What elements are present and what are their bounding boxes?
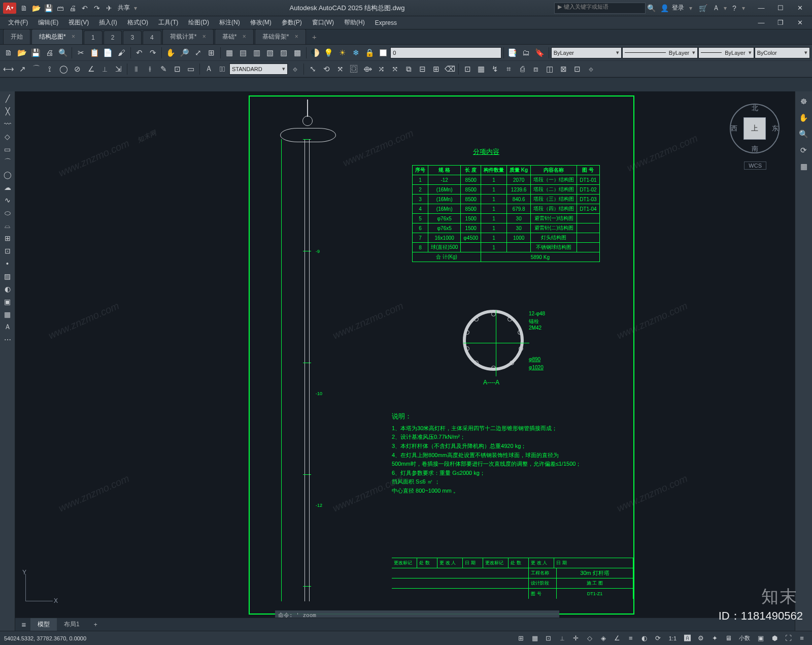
dim-tool-icon[interactable]: ⫲	[143, 62, 156, 76]
dim-tool-icon[interactable]: ⟂	[98, 62, 111, 76]
modify-tool-icon[interactable]: ⊞	[429, 62, 443, 76]
grid-toggle[interactable]: ▦	[529, 633, 541, 644]
revcloud-icon[interactable]: ☁	[1, 181, 14, 194]
viewcube-west[interactable]: 西	[731, 124, 737, 133]
dim-linear-icon[interactable]: ⟷	[2, 62, 15, 76]
doc-close-button[interactable]: ✕	[791, 17, 809, 28]
dim-angular-icon[interactable]: ∠	[84, 62, 97, 76]
menu-insert[interactable]: 插入(I)	[94, 16, 122, 29]
tab-file-8[interactable]: 基础骨架* ×	[255, 29, 306, 44]
layer-tool-icon[interactable]: 🗂	[520, 46, 533, 59]
modify-tool-icon[interactable]: ⟴	[361, 62, 374, 76]
text-tool-icon[interactable]: Ａ	[202, 62, 215, 76]
anno-scale[interactable]: 1:1	[669, 635, 676, 641]
plot-icon[interactable]: 🖨	[67, 3, 78, 14]
undo-icon[interactable]: ↶	[79, 3, 90, 14]
tool-icon[interactable]: ⤢	[191, 46, 205, 59]
tool-icon[interactable]: 🔍	[56, 46, 70, 59]
ortho-toggle[interactable]: ⟂	[556, 633, 568, 644]
redo-icon[interactable]: ↷	[91, 3, 103, 14]
dim-tool-icon[interactable]: ⟐	[288, 62, 301, 76]
lineweight-toggle[interactable]: ≡	[625, 633, 637, 644]
tool-icon[interactable]: 📂	[16, 46, 29, 59]
gradient-icon[interactable]: ◐	[1, 283, 14, 295]
layer-tool-icon[interactable]: 📑	[506, 46, 519, 59]
linetype-select[interactable]: ByLayer	[622, 47, 698, 58]
spline-icon[interactable]: ∿	[1, 194, 14, 206]
polyline-icon[interactable]: 〰	[1, 118, 14, 130]
more-icon[interactable]: ⋯	[1, 334, 14, 346]
viewcube-east[interactable]: 东	[772, 124, 779, 133]
dim-arc-icon[interactable]: ⌒	[29, 62, 43, 76]
menu-draw[interactable]: 绘图(D)	[183, 16, 214, 29]
hatch-icon[interactable]: ▨	[1, 270, 14, 282]
modify-tool-icon[interactable]: ⧉	[402, 62, 415, 76]
dim-tool-icon[interactable]: ▭	[184, 62, 197, 76]
modify-tool-icon[interactable]: ⿴	[347, 62, 360, 76]
modify-tool-icon[interactable]: ⤡	[306, 62, 319, 76]
insert-tool-icon[interactable]: ↯	[488, 62, 501, 76]
open-icon[interactable]: 📂	[30, 3, 42, 14]
menu-modify[interactable]: 修改(M)	[245, 16, 277, 29]
line-icon[interactable]: ╱	[1, 92, 14, 105]
layer-name-input[interactable]	[390, 47, 501, 58]
tab-file-2[interactable]: 1	[84, 30, 103, 44]
tool-icon[interactable]: ▧	[263, 46, 277, 59]
hardware-toggle[interactable]: ⬢	[768, 633, 781, 644]
textstyle-select[interactable]: STANDARD	[229, 63, 288, 75]
menu-view[interactable]: 视图(V)	[63, 16, 94, 29]
search-icon[interactable]: 🔍	[646, 3, 657, 14]
point-icon[interactable]: •	[1, 257, 14, 270]
menu-parametric[interactable]: 参数(P)	[277, 16, 307, 29]
pan-icon[interactable]: ✋	[797, 111, 811, 125]
tab-start[interactable]: 开始	[3, 29, 30, 44]
app-menu-button[interactable]: A	[3, 3, 16, 14]
tab-file-5[interactable]: 4	[143, 30, 161, 44]
osnap-toggle[interactable]: ◇	[584, 633, 596, 644]
modify-tool-icon[interactable]: ⤧	[333, 62, 347, 76]
dim-tool-icon[interactable]: ⫴	[129, 62, 143, 76]
dim-diameter-icon[interactable]: ⊘	[71, 62, 84, 76]
tool-icon[interactable]: ▨	[277, 46, 290, 59]
modify-tool-icon[interactable]: ⤮	[375, 62, 388, 76]
dim-tool-icon[interactable]: ⊡	[171, 62, 184, 76]
region-icon[interactable]: ▣	[1, 296, 14, 308]
tool-icon[interactable]: 💾	[29, 46, 43, 59]
tab-file-4[interactable]: 3	[123, 30, 142, 44]
circle-icon[interactable]: ◯	[1, 169, 14, 181]
menu-window[interactable]: 窗口(W)	[307, 16, 339, 29]
polygon-icon[interactable]: ◇	[1, 131, 14, 143]
modify-tool-icon[interactable]: ⟲	[320, 62, 333, 76]
wheel-icon[interactable]: ☸	[797, 94, 811, 109]
ucs-icon[interactable]: YX	[22, 569, 58, 604]
help-search-input[interactable]: ▶键入关键字或短语	[554, 3, 646, 14]
clean-screen-toggle[interactable]: ⛶	[782, 633, 794, 644]
table-icon[interactable]: ▦	[1, 308, 14, 320]
tool-icon[interactable]: 🗎	[2, 46, 15, 59]
modify-tool-icon[interactable]: ⤲	[388, 62, 401, 76]
lock-icon[interactable]: 🔒	[363, 46, 376, 59]
viewcube-top-face[interactable]: 上	[743, 117, 766, 140]
xline-icon[interactable]: ╳	[1, 105, 14, 117]
menu-express[interactable]: Express	[370, 17, 402, 28]
modelspace-toggle[interactable]: ⊞	[515, 633, 527, 644]
block-insert-icon[interactable]: ⊞	[1, 232, 14, 244]
layout1-tab[interactable]: 布局1	[57, 618, 87, 631]
login-label[interactable]: 登录	[672, 4, 684, 12]
add-layout-button[interactable]: +	[87, 619, 105, 630]
units-readout[interactable]: 小数	[739, 634, 750, 642]
block-create-icon[interactable]: ⊡	[1, 245, 14, 257]
tab-file-7[interactable]: 基础* ×	[215, 29, 254, 44]
tool-icon[interactable]: ✋	[164, 46, 177, 59]
gear-icon[interactable]: ⚙	[695, 633, 707, 644]
ellipse-arc-icon[interactable]: ⌓	[1, 219, 14, 232]
monitor-icon[interactable]: 🖥	[722, 633, 734, 644]
tool-icon[interactable]: 🌓	[309, 46, 322, 59]
modify-tool-icon[interactable]: ⊟	[416, 62, 429, 76]
maximize-button[interactable]: ☐	[771, 3, 790, 14]
share-plane-icon[interactable]: ✈	[104, 3, 115, 14]
help-icon[interactable]: ?	[729, 3, 740, 14]
menu-file[interactable]: 文件(F)	[3, 16, 33, 29]
dim-tool-icon[interactable]: ⇲	[112, 62, 125, 76]
cycling-toggle[interactable]: ⟳	[652, 633, 664, 644]
